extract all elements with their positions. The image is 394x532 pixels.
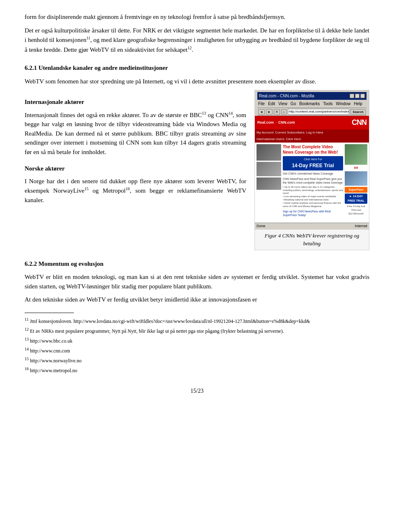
- fn16-number: 16: [25, 366, 29, 371]
- footnotes-section: 11 Jmf konsesjonsloven. http://www.lovda…: [25, 316, 369, 374]
- browser-menubar: File Edit View Go Bookmarks Tools Window…: [257, 100, 367, 108]
- footnote-ref-14: 14: [229, 111, 233, 115]
- cnn-score-badge: 6/5: [345, 166, 367, 170]
- fn14-number: 14: [25, 347, 29, 351]
- fn13-text: http://www.bbc.co.uk: [30, 338, 73, 344]
- footnote-ref-12: 12: [188, 46, 192, 50]
- fn11-text: Jmf konsesjonsloven. http://www.lovdata.…: [30, 318, 310, 324]
- browser-content-area: Real.com - CNN.com CNN My Account Curren…: [255, 116, 369, 223]
- cnn-nav-intl[interactable]: International Users: Click Here: [257, 137, 301, 142]
- footnote-15: 15 http://www.norwaylive.no: [25, 356, 369, 364]
- two-column-section: Internasjonale aktører Internasjonalt fi…: [25, 90, 369, 250]
- menu-view[interactable]: View: [278, 101, 287, 107]
- browser-status-text: Done: [257, 223, 266, 229]
- cnn-scene-image: [257, 162, 281, 176]
- footnote-divider: [25, 313, 74, 313]
- fn14-text: http://www.cnn.com: [30, 348, 70, 354]
- footnote-11: 11 Jmf konsesjonsloven. http://www.lovda…: [25, 316, 369, 325]
- paragraph-6: WebTV er blitt en moden teknologi, og ma…: [25, 272, 369, 291]
- p2c-text: .: [192, 46, 193, 53]
- footnote-ref-11: 11: [86, 36, 90, 40]
- cnn-free-trial-text: Free 14-day trial: [345, 205, 367, 208]
- paragraph-1: form for disiplinerende makt gjennom å f…: [25, 12, 369, 22]
- browser-chrome: Real.com - CNN.com - Mozilla _ □ × File …: [255, 90, 369, 116]
- figure-column: Real.com - CNN.com - Mozilla _ □ × File …: [254, 90, 369, 250]
- browser-close-button[interactable]: ×: [360, 94, 365, 98]
- cnn-nav-bar: My Account Current Subscribers: Log In H…: [255, 129, 369, 143]
- p5b-text: og Metropol: [89, 187, 126, 194]
- cnn-features-text: • Up to 30 more videos per day in 11 cat…: [283, 186, 343, 208]
- browser-window-buttons: _ □ ×: [350, 94, 365, 98]
- menu-file[interactable]: File: [258, 101, 265, 107]
- footnote-12: 12 Et av NRKs mest populære programmer, …: [25, 326, 369, 335]
- browser-go-button[interactable]: Search: [350, 109, 366, 115]
- cnn-trial-box[interactable]: Click Here For 14-Day FREE Trial: [283, 156, 343, 170]
- cnn-trial-clickhere: Click Here For: [284, 157, 342, 162]
- browser-titlebar: Real.com - CNN.com - Mozilla _ □ ×: [257, 92, 367, 100]
- cnn-right-image-mid: [345, 171, 367, 186]
- cnn-signup-text: Sign up for CNN NewsPass with Real Super…: [283, 210, 343, 217]
- cnn-superpass-button[interactable]: SuperPass: [345, 187, 367, 193]
- browser-address-bar[interactable]: http://content.real.com/partners/cnn/ind…: [288, 109, 350, 115]
- footnote-14: 14 http://www.cnn.com: [25, 346, 369, 355]
- footnote-ref-15: 15: [85, 187, 89, 191]
- fn15-text: http://www.norwaylive.no: [30, 358, 82, 364]
- fn15-number: 15: [25, 357, 29, 361]
- cnn-right-image-top: [345, 144, 367, 165]
- cnn-description-text: CNN NewsPass and Real SuperPass give you…: [283, 177, 343, 184]
- cnn-logo: CNN: [352, 117, 367, 128]
- cnn-nav-myaccount[interactable]: My Account: [257, 130, 273, 135]
- cnn-header: Real.com - CNN.com CNN: [255, 116, 369, 129]
- figure-browser-box: Real.com - CNN.com - Mozilla _ □ × File …: [254, 90, 369, 250]
- text-column: Internasjonale aktører Internasjonalt fi…: [25, 90, 246, 250]
- cnn-main-headline: The Most Complete Video News Coverage on…: [283, 144, 343, 155]
- paragraph-3: WebTV som fenomen har stor spredning ute…: [25, 77, 369, 86]
- fn16-text: http://www.metropol.no: [30, 368, 77, 373]
- norske-actors-heading: Norske aktører: [25, 164, 246, 173]
- browser-stop-button[interactable]: ✕: [274, 109, 280, 115]
- figure-caption: Figur 4 CNNs WebTV krever registrering o…: [255, 230, 369, 250]
- browser-minimize-button[interactable]: _: [350, 94, 354, 98]
- fn11-number: 11: [25, 317, 29, 322]
- p4b-text: og CNN: [206, 112, 229, 118]
- menu-bookmarks[interactable]: Bookmarks: [299, 101, 320, 107]
- fn12-text: Et av NRKs mest populære programmer, Nyt…: [30, 328, 284, 334]
- footnote-ref-13: 13: [202, 111, 206, 115]
- cnn-unmatched-text: Get CNN's Unmatched News Coverage: [283, 172, 343, 175]
- browser-statusbar: Done Internet: [255, 223, 369, 230]
- menu-edit[interactable]: Edit: [268, 101, 275, 107]
- browser-back-button[interactable]: ◄: [258, 109, 265, 115]
- header-separator: -: [275, 120, 277, 126]
- menu-window[interactable]: Window: [336, 101, 351, 107]
- menu-help[interactable]: Help: [354, 101, 362, 107]
- intl-actors-heading: Internasjonale aktører: [25, 97, 246, 107]
- section-621-heading: 6.2.1 Utenlandske kanaler og andre medie…: [25, 63, 369, 73]
- paragraph-5: I Norge har det i den senere tid dukket …: [25, 177, 246, 205]
- cnn-trial-button[interactable]: ► 14-DAY FREE TRIAL: [345, 193, 367, 204]
- fn12-number: 12: [25, 327, 29, 332]
- fn13-number: 13: [25, 337, 29, 341]
- cnn-center-col: The Most Complete Video News Coverage on…: [283, 144, 343, 217]
- browser-maximize-button[interactable]: □: [355, 94, 360, 98]
- real-logo: Real.com: [257, 120, 274, 126]
- cnn-trial-days: 14-Day FREE Trial: [284, 162, 342, 169]
- cnn-com-label: CNN.com: [278, 120, 295, 126]
- footnote-16: 16 http://www.metropol.no: [25, 366, 369, 374]
- browser-forward-button[interactable]: ►: [266, 109, 273, 115]
- section-622-heading: 6.2.2 Momentum og evolusjon: [25, 259, 369, 269]
- p4-text: Internasjonalt finnes det også en rekke …: [25, 112, 202, 118]
- browser-toolbar: ◄ ► ✕ ⌂ http://content.real.com/partners…: [257, 108, 367, 116]
- paragraph-4: Internasjonalt finnes det også en rekke …: [25, 110, 246, 157]
- footnote-13: 13 http://www.bbc.co.uk: [25, 336, 369, 345]
- page-number: 15/23: [25, 387, 369, 395]
- cnn-right-col: 6/5 SuperPass ► 14-DAY FREE TRIAL Free 1…: [345, 144, 367, 217]
- browser-home-button[interactable]: ⌂: [281, 109, 286, 115]
- cnn-main-content: The Most Complete Video News Coverage on…: [255, 143, 369, 219]
- menu-tools[interactable]: Tools: [323, 101, 332, 107]
- cnn-nav-subscribers[interactable]: Current Subscribers: Log In Here: [275, 130, 323, 135]
- cnn-left-col: [257, 144, 281, 217]
- browser-title: Real.com - CNN.com - Mozilla: [259, 93, 314, 99]
- browser-zone-text: Internet: [355, 223, 367, 229]
- paragraph-2: Det er også kulturpolitiske årsaker til …: [25, 26, 369, 55]
- menu-go[interactable]: Go: [291, 101, 296, 107]
